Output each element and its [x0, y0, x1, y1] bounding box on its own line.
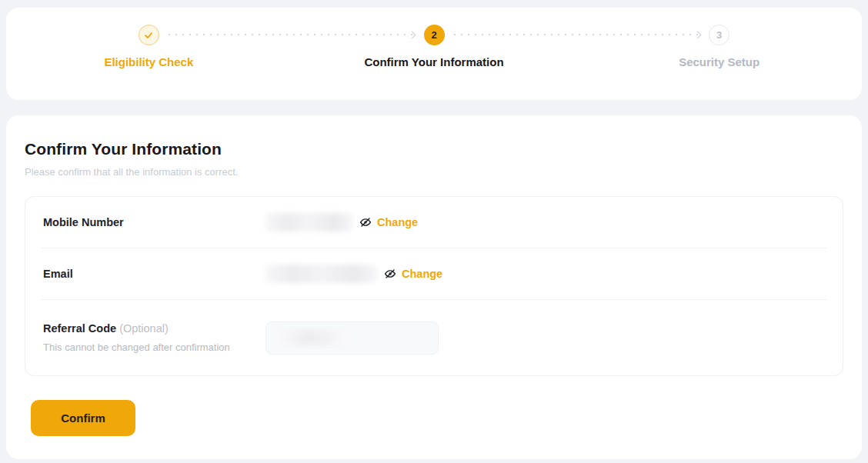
email-value: Change: [265, 265, 442, 283]
eye-slash-icon[interactable]: [384, 268, 396, 280]
referral-code-value: [265, 321, 439, 355]
info-box: Mobile Number Change Email: [25, 196, 843, 376]
referral-code-label: Referral Code (Optional) This cannot be …: [43, 322, 265, 353]
step-label: Eligibility Check: [104, 55, 193, 68]
email-label: Email: [43, 268, 265, 280]
check-icon: [139, 25, 159, 45]
step-connector-dotted: [169, 34, 414, 35]
eye-slash-icon[interactable]: [359, 216, 372, 228]
mobile-number-label: Mobile Number: [43, 216, 265, 228]
step-connector-dotted: [454, 34, 699, 35]
row-mobile-number: Mobile Number Change: [25, 197, 843, 248]
referral-code-note: This cannot be changed after confirmatio…: [43, 341, 265, 353]
step-label: Security Setup: [679, 55, 760, 68]
page-title: Confirm Your Information: [25, 140, 843, 158]
stepper-card: Eligibility Check 2 Confirm Your Informa…: [6, 8, 862, 100]
change-email-button[interactable]: Change: [402, 268, 442, 280]
step-number-badge: 3: [709, 25, 729, 45]
change-mobile-button[interactable]: Change: [377, 216, 418, 228]
step-security-setup: 3 Security Setup: [576, 25, 862, 68]
step-number-badge: 2: [424, 25, 445, 45]
step-eligibility-check: Eligibility Check: [6, 25, 292, 68]
optional-tag: (Optional): [119, 322, 169, 335]
stepper: Eligibility Check 2 Confirm Your Informa…: [6, 8, 862, 68]
row-email: Email Change: [25, 248, 843, 299]
mobile-number-value: Change: [265, 213, 418, 232]
mobile-number-redacted-value: [265, 213, 352, 232]
referral-code-redacted-value: [276, 330, 346, 345]
page-subtitle: Please confirm that all the information …: [25, 166, 843, 178]
step-confirm-information: 2 Confirm Your Information: [292, 25, 577, 68]
email-redacted-value: [265, 265, 377, 283]
row-referral-code: Referral Code (Optional) This cannot be …: [25, 300, 843, 375]
signup-confirm-page: Eligibility Check 2 Confirm Your Informa…: [0, 0, 868, 463]
step-label: Confirm Your Information: [364, 55, 503, 68]
confirm-information-card: Confirm Your Information Please confirm …: [6, 115, 862, 459]
referral-code-label-text: Referral Code: [43, 322, 116, 335]
confirm-button[interactable]: Confirm: [31, 400, 135, 436]
referral-code-input[interactable]: [265, 321, 439, 355]
